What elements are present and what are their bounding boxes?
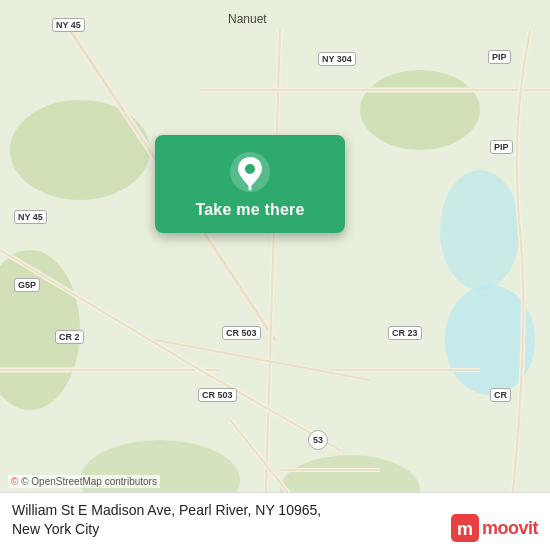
svg-text:m: m <box>457 519 473 539</box>
location-pin-icon <box>229 151 271 193</box>
road-label-ny45-top: NY 45 <box>52 18 85 32</box>
moovit-m-icon: m <box>451 514 479 542</box>
map-container: NY 45 NY 304 PIP PIP NY 45 G5P CR 2 CR 5… <box>0 0 550 550</box>
road-label-cr503-mid: CR 503 <box>222 326 261 340</box>
action-card[interactable]: Take me there <box>155 135 345 233</box>
svg-point-4 <box>440 170 520 290</box>
take-me-there-button[interactable]: Take me there <box>195 201 304 219</box>
road-label-g5p: G5P <box>14 278 40 292</box>
road-label-ny304: NY 304 <box>318 52 356 66</box>
svg-point-3 <box>360 70 480 150</box>
address-line2: New York City <box>12 521 99 537</box>
map-svg <box>0 0 550 550</box>
moovit-text: moovit <box>482 518 538 539</box>
road-label-pip-mid: PIP <box>490 140 513 154</box>
road-label-ny45-left: NY 45 <box>14 210 47 224</box>
svg-point-31 <box>245 164 255 174</box>
road-label-cr23: CR 23 <box>388 326 422 340</box>
road-label-cr-right: CR <box>490 388 511 402</box>
road-label-cr503-btm: CR 503 <box>198 388 237 402</box>
moovit-logo: m moovit <box>451 514 538 542</box>
address-line1: William St E Madison Ave, Pearl River, N… <box>12 502 321 518</box>
road-label-cr2: CR 2 <box>55 330 84 344</box>
road-label-pip-top: PIP <box>488 50 511 64</box>
attribution-text: © © OpenStreetMap contributors <box>8 475 160 488</box>
road-label-53: 53 <box>308 430 328 450</box>
place-name-nanuet: Nanuet <box>228 12 267 26</box>
